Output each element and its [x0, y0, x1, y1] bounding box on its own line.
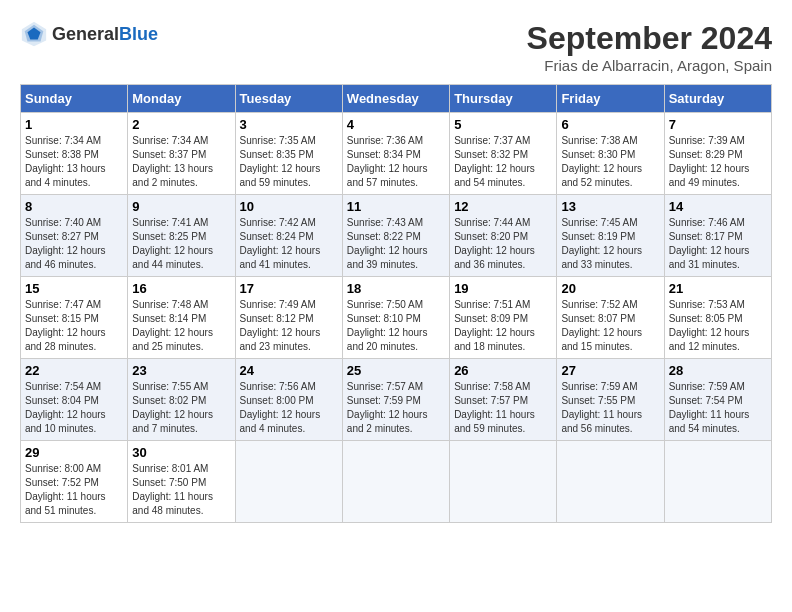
day-info: Sunrise: 7:34 AM Sunset: 8:38 PM Dayligh… [25, 134, 123, 190]
day-info: Sunrise: 7:43 AM Sunset: 8:22 PM Dayligh… [347, 216, 445, 272]
day-number: 14 [669, 199, 767, 214]
col-wednesday: Wednesday [342, 85, 449, 113]
table-cell [664, 441, 771, 523]
day-number: 28 [669, 363, 767, 378]
day-info: Sunrise: 7:38 AM Sunset: 8:30 PM Dayligh… [561, 134, 659, 190]
table-cell: 28Sunrise: 7:59 AM Sunset: 7:54 PM Dayli… [664, 359, 771, 441]
day-number: 29 [25, 445, 123, 460]
col-tuesday: Tuesday [235, 85, 342, 113]
table-cell: 12Sunrise: 7:44 AM Sunset: 8:20 PM Dayli… [450, 195, 557, 277]
day-number: 7 [669, 117, 767, 132]
col-sunday: Sunday [21, 85, 128, 113]
table-cell: 9Sunrise: 7:41 AM Sunset: 8:25 PM Daylig… [128, 195, 235, 277]
day-number: 22 [25, 363, 123, 378]
day-info: Sunrise: 7:52 AM Sunset: 8:07 PM Dayligh… [561, 298, 659, 354]
col-monday: Monday [128, 85, 235, 113]
calendar-week-4: 22Sunrise: 7:54 AM Sunset: 8:04 PM Dayli… [21, 359, 772, 441]
day-info: Sunrise: 7:50 AM Sunset: 8:10 PM Dayligh… [347, 298, 445, 354]
day-number: 8 [25, 199, 123, 214]
day-info: Sunrise: 7:58 AM Sunset: 7:57 PM Dayligh… [454, 380, 552, 436]
day-number: 12 [454, 199, 552, 214]
day-number: 24 [240, 363, 338, 378]
table-cell [235, 441, 342, 523]
table-cell: 17Sunrise: 7:49 AM Sunset: 8:12 PM Dayli… [235, 277, 342, 359]
day-number: 18 [347, 281, 445, 296]
day-info: Sunrise: 7:41 AM Sunset: 8:25 PM Dayligh… [132, 216, 230, 272]
location-title: Frias de Albarracin, Aragon, Spain [527, 57, 772, 74]
table-cell: 4Sunrise: 7:36 AM Sunset: 8:34 PM Daylig… [342, 113, 449, 195]
calendar-week-5: 29Sunrise: 8:00 AM Sunset: 7:52 PM Dayli… [21, 441, 772, 523]
day-info: Sunrise: 7:59 AM Sunset: 7:55 PM Dayligh… [561, 380, 659, 436]
table-cell: 24Sunrise: 7:56 AM Sunset: 8:00 PM Dayli… [235, 359, 342, 441]
table-cell: 5Sunrise: 7:37 AM Sunset: 8:32 PM Daylig… [450, 113, 557, 195]
day-info: Sunrise: 7:47 AM Sunset: 8:15 PM Dayligh… [25, 298, 123, 354]
table-cell: 29Sunrise: 8:00 AM Sunset: 7:52 PM Dayli… [21, 441, 128, 523]
day-number: 27 [561, 363, 659, 378]
table-cell: 27Sunrise: 7:59 AM Sunset: 7:55 PM Dayli… [557, 359, 664, 441]
col-friday: Friday [557, 85, 664, 113]
day-number: 23 [132, 363, 230, 378]
logo: GeneralBlue [20, 20, 158, 48]
calendar-header-row: Sunday Monday Tuesday Wednesday Thursday… [21, 85, 772, 113]
day-info: Sunrise: 7:44 AM Sunset: 8:20 PM Dayligh… [454, 216, 552, 272]
day-info: Sunrise: 7:40 AM Sunset: 8:27 PM Dayligh… [25, 216, 123, 272]
table-cell: 8Sunrise: 7:40 AM Sunset: 8:27 PM Daylig… [21, 195, 128, 277]
table-cell: 16Sunrise: 7:48 AM Sunset: 8:14 PM Dayli… [128, 277, 235, 359]
day-number: 17 [240, 281, 338, 296]
day-number: 5 [454, 117, 552, 132]
title-section: September 2024 Frias de Albarracin, Arag… [527, 20, 772, 74]
table-cell: 6Sunrise: 7:38 AM Sunset: 8:30 PM Daylig… [557, 113, 664, 195]
page-header: GeneralBlue September 2024 Frias de Alba… [20, 20, 772, 74]
day-number: 30 [132, 445, 230, 460]
logo-text: GeneralBlue [52, 25, 158, 44]
calendar-week-2: 8Sunrise: 7:40 AM Sunset: 8:27 PM Daylig… [21, 195, 772, 277]
day-info: Sunrise: 7:59 AM Sunset: 7:54 PM Dayligh… [669, 380, 767, 436]
logo-general: General [52, 24, 119, 44]
table-cell: 25Sunrise: 7:57 AM Sunset: 7:59 PM Dayli… [342, 359, 449, 441]
day-info: Sunrise: 8:00 AM Sunset: 7:52 PM Dayligh… [25, 462, 123, 518]
day-info: Sunrise: 7:53 AM Sunset: 8:05 PM Dayligh… [669, 298, 767, 354]
day-number: 25 [347, 363, 445, 378]
table-cell: 3Sunrise: 7:35 AM Sunset: 8:35 PM Daylig… [235, 113, 342, 195]
col-saturday: Saturday [664, 85, 771, 113]
table-cell [557, 441, 664, 523]
day-info: Sunrise: 7:51 AM Sunset: 8:09 PM Dayligh… [454, 298, 552, 354]
table-cell: 19Sunrise: 7:51 AM Sunset: 8:09 PM Dayli… [450, 277, 557, 359]
day-info: Sunrise: 7:42 AM Sunset: 8:24 PM Dayligh… [240, 216, 338, 272]
day-info: Sunrise: 7:56 AM Sunset: 8:00 PM Dayligh… [240, 380, 338, 436]
day-number: 21 [669, 281, 767, 296]
day-info: Sunrise: 7:45 AM Sunset: 8:19 PM Dayligh… [561, 216, 659, 272]
day-info: Sunrise: 7:48 AM Sunset: 8:14 PM Dayligh… [132, 298, 230, 354]
calendar-week-3: 15Sunrise: 7:47 AM Sunset: 8:15 PM Dayli… [21, 277, 772, 359]
day-info: Sunrise: 7:39 AM Sunset: 8:29 PM Dayligh… [669, 134, 767, 190]
table-cell [450, 441, 557, 523]
day-number: 6 [561, 117, 659, 132]
table-cell: 15Sunrise: 7:47 AM Sunset: 8:15 PM Dayli… [21, 277, 128, 359]
table-cell: 21Sunrise: 7:53 AM Sunset: 8:05 PM Dayli… [664, 277, 771, 359]
day-number: 20 [561, 281, 659, 296]
day-number: 13 [561, 199, 659, 214]
table-cell: 23Sunrise: 7:55 AM Sunset: 8:02 PM Dayli… [128, 359, 235, 441]
table-cell: 1Sunrise: 7:34 AM Sunset: 8:38 PM Daylig… [21, 113, 128, 195]
table-cell: 14Sunrise: 7:46 AM Sunset: 8:17 PM Dayli… [664, 195, 771, 277]
day-info: Sunrise: 7:36 AM Sunset: 8:34 PM Dayligh… [347, 134, 445, 190]
day-info: Sunrise: 7:55 AM Sunset: 8:02 PM Dayligh… [132, 380, 230, 436]
day-number: 9 [132, 199, 230, 214]
table-cell: 7Sunrise: 7:39 AM Sunset: 8:29 PM Daylig… [664, 113, 771, 195]
calendar-table: Sunday Monday Tuesday Wednesday Thursday… [20, 84, 772, 523]
logo-icon [20, 20, 48, 48]
day-info: Sunrise: 7:57 AM Sunset: 7:59 PM Dayligh… [347, 380, 445, 436]
day-number: 10 [240, 199, 338, 214]
day-info: Sunrise: 7:49 AM Sunset: 8:12 PM Dayligh… [240, 298, 338, 354]
table-cell: 18Sunrise: 7:50 AM Sunset: 8:10 PM Dayli… [342, 277, 449, 359]
day-number: 1 [25, 117, 123, 132]
day-number: 26 [454, 363, 552, 378]
day-info: Sunrise: 7:46 AM Sunset: 8:17 PM Dayligh… [669, 216, 767, 272]
table-cell [342, 441, 449, 523]
day-number: 15 [25, 281, 123, 296]
day-info: Sunrise: 7:34 AM Sunset: 8:37 PM Dayligh… [132, 134, 230, 190]
day-info: Sunrise: 7:35 AM Sunset: 8:35 PM Dayligh… [240, 134, 338, 190]
table-cell: 11Sunrise: 7:43 AM Sunset: 8:22 PM Dayli… [342, 195, 449, 277]
logo-blue: Blue [119, 24, 158, 44]
table-cell: 22Sunrise: 7:54 AM Sunset: 8:04 PM Dayli… [21, 359, 128, 441]
